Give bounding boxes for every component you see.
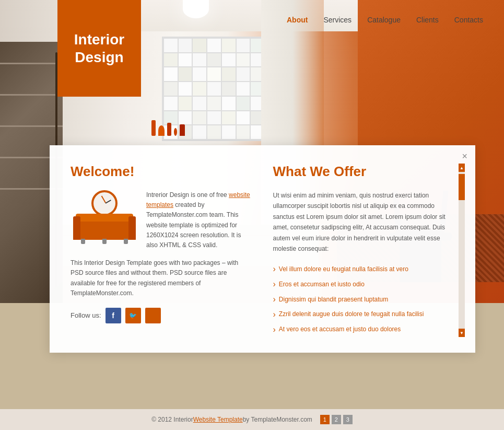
follow-label: Follow us:	[71, 311, 101, 319]
twitter-icon[interactable]: 🐦	[125, 308, 141, 323]
scroll-thumb[interactable]	[459, 174, 465, 200]
facebook-icon[interactable]: f	[106, 308, 121, 323]
sofa-body	[73, 222, 136, 240]
scroll-up-arrow[interactable]: ▲	[459, 164, 465, 172]
nav-services[interactable]: Services	[323, 16, 351, 24]
offer-item: Eros et accumsan et iusto odio	[273, 277, 455, 292]
scroll-track: ▲ ▼	[459, 164, 465, 337]
scroll-down-arrow[interactable]: ▼	[459, 329, 465, 337]
body-text: Intrerior Design is one of free website …	[146, 190, 252, 250]
logo-text: InteriorDesign	[74, 31, 124, 66]
offer-item: At vero eos et accusam et justo duo dolo…	[273, 322, 455, 338]
panel-right: What We Offer Ut wisi enim ad minim veni…	[273, 164, 455, 337]
page-1-button[interactable]: 1	[320, 415, 330, 424]
nav-about[interactable]: About	[287, 16, 308, 24]
logo-box: InteriorDesign	[57, 0, 141, 97]
nav-contacts[interactable]: Contacts	[454, 16, 483, 24]
main-nav: About Services Catalogue Clients Contact…	[287, 16, 483, 24]
page-2-button[interactable]: 2	[332, 415, 341, 424]
sofa-legs	[81, 239, 128, 244]
panel-columns: Welcome! Int	[71, 164, 454, 337]
decorative-objects	[151, 120, 185, 136]
offer-list: Vel illum dolore eu feugiat nulla facili…	[273, 262, 455, 337]
offer-item: Vel illum dolore eu feugiat nulla facili…	[273, 262, 455, 277]
below-text: This Interior Design Template goes with …	[71, 258, 252, 298]
offer-item: Zzril delenit augue duis dolore te feuga…	[273, 307, 455, 322]
pagination: 1 2 3	[320, 415, 353, 424]
content-panel: × Welcome!	[50, 145, 475, 353]
sofa-arm-right	[128, 216, 136, 240]
sofa-illustration	[73, 211, 136, 240]
panel-left: Welcome! Int	[71, 164, 252, 337]
nav-clients[interactable]: Clients	[416, 16, 439, 24]
follow-row: Follow us: f 🐦	[71, 308, 252, 323]
nav-catalogue[interactable]: Catalogue	[367, 16, 401, 24]
offer-item: Dignissim qui blandit praesent luptatum	[273, 292, 455, 307]
footer-copyright: © 2012 Interior	[151, 416, 193, 423]
page-3-button[interactable]: 3	[343, 415, 353, 424]
close-button[interactable]: ×	[462, 152, 467, 161]
footer-suffix: by TemplateMonster.com	[243, 416, 312, 423]
footer: © 2012 Interior Website Template by Temp…	[0, 409, 504, 430]
welcome-title: Welcome!	[71, 164, 252, 180]
sofa-leg	[102, 239, 107, 244]
sofa-leg	[81, 239, 85, 244]
sofa-leg	[124, 239, 128, 244]
footer-link[interactable]: Website Template	[193, 416, 243, 423]
offer-intro: Ut wisi enim ad minim veniam, quis nostr…	[273, 190, 455, 254]
sofa-arm-left	[73, 216, 80, 240]
illustration	[71, 190, 138, 242]
offer-title: What We Offer	[273, 164, 455, 180]
delicious-icon[interactable]	[145, 308, 161, 323]
